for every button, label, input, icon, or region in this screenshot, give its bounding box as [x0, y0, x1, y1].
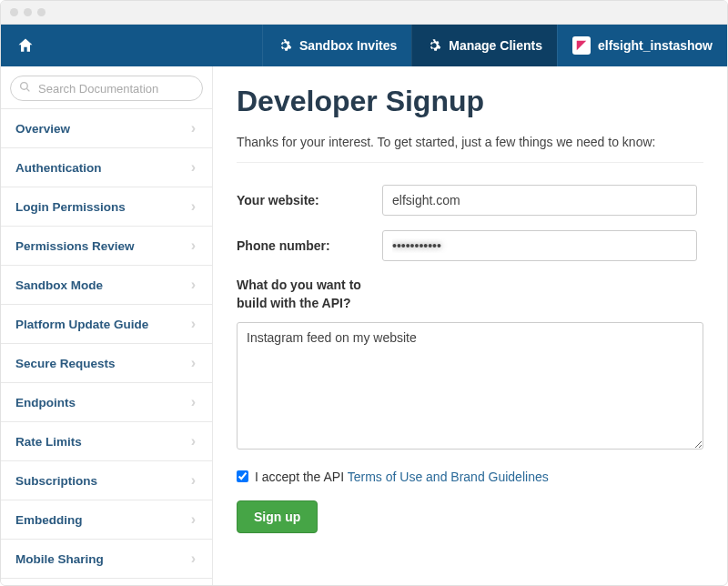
nav-label: Sandbox Invites — [299, 38, 397, 53]
sidebar: Overview› Authentication› Login Permissi… — [1, 66, 213, 586]
chevron-right-icon: › — [191, 316, 196, 332]
sidebar-item-label: Subscriptions — [15, 474, 97, 488]
nav-manage-clients[interactable]: Manage Clients — [411, 25, 557, 66]
gear-icon — [278, 38, 292, 53]
chevron-right-icon: › — [191, 394, 196, 410]
sidebar-item-embedding[interactable]: Embedding› — [1, 500, 212, 539]
search-input[interactable] — [10, 76, 203, 101]
chevron-right-icon: › — [191, 198, 196, 215]
sidebar-item-label: Sandbox Mode — [15, 278, 103, 292]
sidebar-item-label: Mobile Sharing — [15, 552, 104, 566]
sidebar-item-overview[interactable]: Overview› — [1, 109, 212, 147]
phone-label: Phone number: — [237, 238, 382, 253]
search-icon — [19, 80, 31, 96]
sidebar-item-libraries[interactable]: Libraries› — [1, 579, 212, 586]
sidebar-item-label: Embedding — [15, 513, 83, 527]
intro-text: Thanks for your interest. To get started… — [237, 135, 703, 163]
sidebar-nav: Overview› Authentication› Login Permissi… — [1, 108, 212, 586]
sidebar-item-label: Endpoints — [15, 396, 76, 409]
sidebar-item-platform-update-guide[interactable]: Platform Update Guide› — [1, 305, 212, 343]
sidebar-item-label: Login Permissions — [15, 200, 126, 214]
chevron-right-icon: › — [191, 433, 196, 450]
chevron-right-icon: › — [191, 551, 196, 567]
sidebar-item-label: Overview — [15, 122, 70, 136]
page-title: Developer Signup — [237, 85, 703, 118]
home-button[interactable] — [1, 25, 50, 66]
sidebar-item-label: Secure Requests — [15, 357, 116, 370]
website-input[interactable] — [382, 185, 697, 216]
chevron-right-icon: › — [191, 159, 196, 176]
top-nav: Sandbox Invites Manage Clients elfsight_… — [1, 25, 727, 66]
terms-link[interactable]: Terms of Use and Brand Guidelines — [348, 470, 549, 484]
home-icon — [16, 36, 35, 55]
sidebar-item-mobile-sharing[interactable]: Mobile Sharing› — [1, 540, 212, 578]
sidebar-item-label: Rate Limits — [15, 435, 82, 449]
svg-point-0 — [21, 83, 28, 90]
user-app-icon — [572, 36, 591, 55]
nav-user[interactable]: elfsight_instashow — [557, 25, 727, 66]
search-box — [10, 76, 203, 101]
chevron-right-icon: › — [191, 237, 196, 254]
chevron-right-icon: › — [191, 511, 196, 528]
username-label: elfsight_instashow — [598, 38, 713, 53]
phone-input[interactable] — [382, 230, 697, 261]
sidebar-item-subscriptions[interactable]: Subscriptions› — [1, 461, 212, 500]
terms-checkbox[interactable] — [237, 470, 248, 482]
chevron-right-icon: › — [191, 472, 196, 489]
website-label: Your website: — [237, 193, 382, 207]
sidebar-item-label: Permissions Review — [15, 239, 135, 253]
window-dot — [24, 8, 32, 16]
window-dot — [10, 8, 18, 16]
sidebar-item-label: Platform Update Guide — [15, 318, 148, 331]
gear-icon — [427, 38, 441, 53]
sidebar-item-rate-limits[interactable]: Rate Limits› — [1, 422, 212, 460]
sidebar-item-sandbox-mode[interactable]: Sandbox Mode› — [1, 266, 212, 304]
build-textarea[interactable] — [237, 322, 703, 450]
svg-line-1 — [26, 88, 29, 91]
sidebar-item-login-permissions[interactable]: Login Permissions› — [1, 187, 212, 226]
signup-button[interactable]: Sign up — [237, 500, 318, 533]
nav-label: Manage Clients — [449, 38, 542, 53]
sidebar-item-permissions-review[interactable]: Permissions Review› — [1, 227, 212, 265]
sidebar-item-endpoints[interactable]: Endpoints› — [1, 383, 212, 421]
window-dot — [37, 8, 46, 16]
chevron-right-icon: › — [191, 120, 196, 136]
browser-titlebar — [1, 1, 727, 25]
chevron-right-icon: › — [191, 277, 196, 293]
sidebar-item-label: Authentication — [15, 161, 102, 175]
main-content: Developer Signup Thanks for your interes… — [213, 66, 727, 586]
nav-sandbox-invites[interactable]: Sandbox Invites — [262, 25, 411, 66]
sidebar-item-secure-requests[interactable]: Secure Requests› — [1, 344, 212, 382]
chevron-right-icon: › — [191, 355, 196, 371]
build-label: What do you want to build with the API? — [237, 276, 703, 313]
sidebar-item-authentication[interactable]: Authentication› — [1, 148, 212, 187]
terms-text: I accept the API Terms of Use and Brand … — [255, 470, 549, 484]
